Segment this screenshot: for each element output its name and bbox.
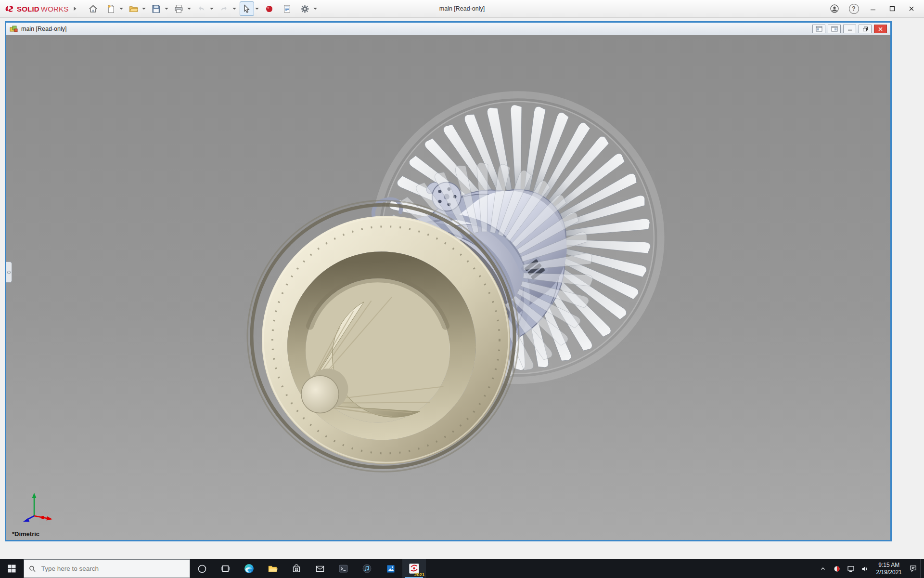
brand-solid: SOLID: [17, 5, 39, 13]
doc-pane-left-button[interactable]: [812, 25, 825, 33]
new-document-icon: [106, 4, 116, 13]
toolbar-expand-icon[interactable]: [71, 3, 79, 14]
document-title-bar[interactable]: main [Read-only]: [6, 23, 890, 35]
print-button[interactable]: [172, 1, 186, 16]
triad-x-axis[interactable]: [34, 516, 52, 521]
speaker-icon: [861, 565, 869, 573]
save-button[interactable]: [149, 1, 164, 16]
doc-restore-icon: [862, 26, 868, 32]
save-dropdown[interactable]: [165, 8, 168, 10]
clock-time: 9:15 AM: [876, 562, 902, 569]
resource-monitor-icon: [834, 565, 840, 572]
tray-volume[interactable]: [858, 559, 872, 578]
model-canvas[interactable]: [6, 35, 890, 540]
terminal-icon: [338, 564, 348, 574]
solidworks-version-badge: 2021: [414, 572, 424, 577]
taskbar-app-solidworks[interactable]: 2021: [402, 559, 426, 578]
doc-minimize-button[interactable]: [843, 25, 856, 33]
gear-icon: [300, 4, 309, 13]
doc-restore-button[interactable]: [859, 25, 872, 33]
maximize-icon: [889, 6, 895, 12]
select-tool-dropdown[interactable]: [255, 8, 259, 10]
new-document-dropdown[interactable]: [119, 8, 123, 10]
account-icon: [830, 4, 839, 13]
screen: SOLIDWORKS: [0, 0, 924, 578]
taskbar-clock[interactable]: 9:15 AM 2/19/2021: [872, 562, 906, 576]
document-title: main [Read-only]: [21, 26, 67, 32]
close-icon: [909, 6, 914, 12]
brand-works: WORKS: [41, 5, 69, 13]
search-icon: [29, 565, 36, 573]
home-button[interactable]: [86, 1, 101, 16]
app-toolbar: SOLIDWORKS: [0, 0, 924, 18]
file-explorer-icon: [268, 564, 278, 574]
doc-pane-right-button[interactable]: [828, 25, 841, 33]
help-button[interactable]: ?: [846, 2, 861, 15]
print-dropdown[interactable]: [187, 8, 191, 10]
media-player-icon: [362, 564, 372, 574]
view-orientation-label: *Dimetric: [12, 530, 39, 538]
help-icon: ?: [849, 4, 859, 14]
graphics-viewport[interactable]: *Dimetric: [6, 35, 890, 540]
windows-logo-icon: [8, 565, 16, 573]
clock-date: 2/19/2021: [876, 569, 902, 576]
show-desktop-button[interactable]: [920, 559, 924, 578]
select-arrow-icon: [242, 4, 251, 13]
red-sphere-button[interactable]: [262, 1, 277, 16]
close-app-button[interactable]: [904, 2, 919, 15]
cortana-button[interactable]: [190, 559, 214, 578]
tray-network[interactable]: [844, 559, 858, 578]
taskbar-app-edge[interactable]: [237, 559, 261, 578]
open-button[interactable]: [127, 1, 141, 16]
home-icon: [89, 4, 98, 13]
options-button[interactable]: [298, 1, 312, 16]
triad-z-axis[interactable]: [23, 516, 34, 522]
ethernet-icon: [847, 565, 855, 573]
solidworks-logo[interactable]: SOLIDWORKS: [5, 5, 69, 13]
search-input[interactable]: [40, 565, 185, 573]
taskbar-app-terminal[interactable]: [332, 559, 355, 578]
taskbar-app-mail[interactable]: [308, 559, 332, 578]
undo-icon: [197, 4, 206, 13]
app-window-title: main [Read-only]: [439, 5, 485, 12]
triad-y-axis[interactable]: [32, 493, 37, 516]
start-button[interactable]: [0, 559, 24, 578]
feature-manager-collapsed-tab[interactable]: [6, 262, 12, 283]
redo-dropdown[interactable]: [232, 8, 236, 10]
taskbar-app-photos[interactable]: [379, 559, 402, 578]
store-icon: [292, 564, 301, 574]
save-icon: [152, 4, 161, 13]
notification-icon: [909, 565, 917, 573]
tray-resource-monitor[interactable]: [830, 559, 844, 578]
red-sphere-icon: [265, 4, 274, 13]
tray-expand-button[interactable]: [816, 559, 830, 578]
open-folder-icon: [129, 4, 138, 13]
undo-button[interactable]: [194, 1, 209, 16]
taskbar-app-store[interactable]: [284, 559, 308, 578]
options-dropdown[interactable]: [313, 8, 317, 10]
select-tool-button[interactable]: [240, 1, 254, 16]
document-window: main [Read-only]: [5, 21, 892, 541]
task-view-icon: [221, 564, 230, 573]
new-document-button[interactable]: [104, 1, 118, 16]
taskbar-app-file-explorer[interactable]: [261, 559, 284, 578]
taskbar-app-media-player[interactable]: [355, 559, 379, 578]
taskbar-search-box[interactable]: [24, 559, 190, 578]
maximize-app-button[interactable]: [885, 2, 900, 15]
minimize-app-button[interactable]: [865, 2, 881, 15]
file-properties-button[interactable]: [280, 1, 295, 16]
orientation-triad[interactable]: [18, 489, 56, 523]
task-view-button[interactable]: [214, 559, 237, 578]
print-icon: [174, 4, 183, 13]
undo-dropdown[interactable]: [210, 8, 214, 10]
redo-button[interactable]: [217, 1, 231, 16]
cortana-icon: [197, 564, 207, 574]
windows-taskbar: 2021 9:15 AM: [0, 559, 924, 578]
system-tray: 9:15 AM 2/19/2021: [816, 559, 924, 578]
account-button[interactable]: [827, 2, 842, 15]
doc-close-icon: [878, 26, 883, 32]
notification-center-button[interactable]: [906, 559, 920, 578]
open-dropdown[interactable]: [142, 8, 146, 10]
doc-close-button[interactable]: [874, 25, 887, 33]
jet-engine-model[interactable]: [247, 95, 661, 472]
